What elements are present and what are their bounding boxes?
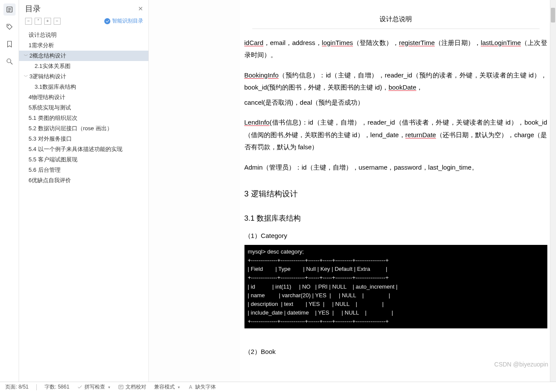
toc-list: 设计总说明 1需求分析 ﹀2概念结构设计 2.1实体关系图 ﹀3逻辑结构设计 3… bbox=[19, 28, 148, 382]
outline-icon[interactable] bbox=[3, 3, 16, 16]
spellcheck-button[interactable]: 拼写检查 bbox=[77, 383, 110, 391]
page-title: 设计总说明 bbox=[244, 0, 547, 29]
bookmark-icon[interactable] bbox=[3, 38, 16, 50]
svg-point-5 bbox=[7, 59, 11, 63]
close-icon[interactable]: ✕ bbox=[138, 5, 143, 12]
smart-outline-label: 智能识别目录 bbox=[112, 17, 143, 25]
toc-item[interactable]: 5.4 以一个例子来具体描述功能的实现 bbox=[19, 144, 148, 154]
toc-item[interactable]: 5.2 数据访问层接口（rose 画出） bbox=[19, 123, 148, 134]
subsection-heading: 3.1 数据库表结构 bbox=[244, 212, 547, 225]
svg-rect-7 bbox=[119, 385, 123, 389]
section-heading: 3 逻辑结构设计 bbox=[244, 186, 547, 201]
paragraph: LendInfo(借书信息)：id（主键，自增），reader_id（借书读者，… bbox=[244, 116, 547, 154]
toc-item[interactable]: 5.5 客户端试图展现 bbox=[19, 154, 148, 165]
add-node-icon[interactable]: + bbox=[44, 18, 51, 25]
toc-item[interactable]: 5.1 类图的组织层次 bbox=[19, 113, 148, 123]
svg-line-6 bbox=[10, 62, 13, 64]
paragraph: idCard，email，address，loginTimes（登陆次数），re… bbox=[244, 37, 547, 61]
toc-item[interactable]: 6优缺点自我评价 bbox=[19, 175, 148, 186]
chevron-down-icon: ﹀ bbox=[23, 74, 29, 80]
toc-item[interactable]: ﹀3逻辑结构设计 bbox=[19, 71, 148, 82]
expand-all-icon[interactable]: − bbox=[25, 18, 32, 25]
paragraph: cancel(是否取消)，deal（预约是否成功） bbox=[244, 96, 547, 109]
missing-font-button[interactable]: 缺失字体 bbox=[188, 383, 216, 391]
remove-node-icon[interactable]: − bbox=[54, 18, 61, 25]
terminal-block: mysql> desc category; +--------------+--… bbox=[244, 245, 547, 328]
compat-mode-button[interactable]: 兼容模式 bbox=[154, 383, 180, 391]
toc-item[interactable]: 1需求分析 bbox=[19, 40, 148, 51]
search-icon[interactable] bbox=[3, 55, 16, 67]
chevron-down-icon: ﹀ bbox=[23, 53, 29, 59]
paragraph: Admin（管理员）：id（主键，自增），username，password，l… bbox=[244, 161, 547, 174]
page-indicator: 页面: 8/51 bbox=[5, 383, 29, 391]
scrollbar[interactable] bbox=[550, 0, 556, 382]
outline-panel: 目录 ✕ − ˄ + − 智能识别目录 设计总说明 1需求分析 ﹀2概念结构设计… bbox=[19, 0, 149, 382]
toc-item[interactable]: 3.1数据库表结构 bbox=[19, 82, 148, 92]
word-count: 字数: 5861 bbox=[45, 383, 69, 391]
toc-item[interactable]: 5.3 对外服务接口 bbox=[19, 134, 148, 144]
svg-point-4 bbox=[8, 25, 9, 26]
paragraph: BookingInfo（预约信息）：id（主键，自增），reader_id（预约… bbox=[244, 69, 547, 94]
toc-item[interactable]: 设计总说明 bbox=[19, 30, 148, 40]
toc-item[interactable]: 4物理结构设计 bbox=[19, 92, 148, 103]
item-heading: （2）Book bbox=[244, 346, 547, 358]
status-bar: 页面: 8/51 字数: 5861 拼写检查 文档校对 兼容模式 缺失字体 bbox=[0, 382, 556, 392]
tag-icon[interactable] bbox=[3, 21, 16, 33]
left-icon-rail bbox=[0, 0, 19, 382]
document-area: 设计总说明 idCard，email，address，loginTimes（登陆… bbox=[149, 0, 556, 382]
document-page: 设计总说明 idCard，email，address，loginTimes（登陆… bbox=[240, 0, 552, 382]
outline-title: 目录 bbox=[25, 3, 41, 14]
toc-item[interactable]: ﹀2概念结构设计 bbox=[19, 51, 148, 61]
proofread-button[interactable]: 文档校对 bbox=[118, 383, 146, 391]
toc-item[interactable]: 5.6 后台管理 bbox=[19, 165, 148, 175]
check-icon bbox=[104, 18, 110, 24]
item-heading: （1）Category bbox=[244, 230, 547, 242]
collapse-all-icon[interactable]: ˄ bbox=[35, 18, 42, 25]
toc-item[interactable]: 2.1实体关系图 bbox=[19, 61, 148, 71]
smart-outline-button[interactable]: 智能识别目录 bbox=[104, 17, 143, 25]
toc-item[interactable]: 5系统实现与测试 bbox=[19, 103, 148, 113]
